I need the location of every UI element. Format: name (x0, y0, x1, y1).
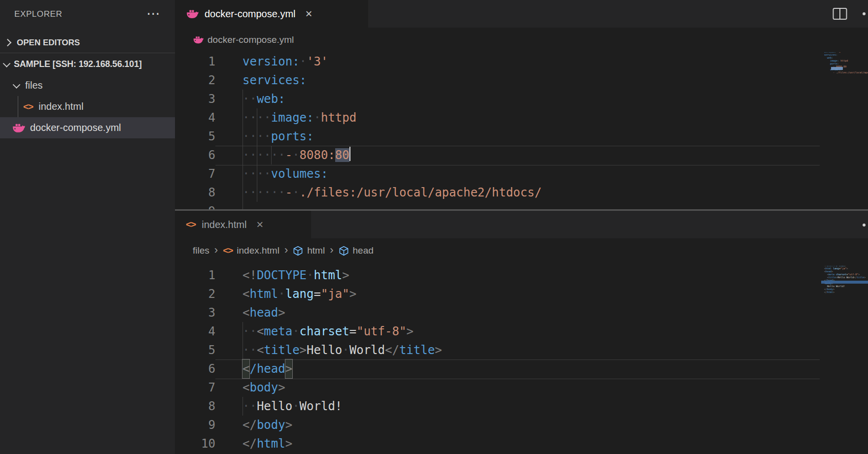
sidebar-item-files-folder[interactable]: files (0, 75, 175, 96)
line-number: 9 (175, 416, 215, 434)
code-editor-yaml[interactable]: 1version:·'3'2services:3··web:4····image… (175, 52, 868, 209)
tab-bar: docker-compose.yml × (175, 0, 868, 28)
code-line[interactable]: 8··Hello·World! (175, 397, 868, 416)
line-number: 8 (175, 183, 215, 202)
code-lines: 1<!DOCTYPE·html>2<html·lang="ja">3<head>… (175, 266, 868, 453)
code-line[interactable]: 10</html> (175, 434, 868, 453)
breadcrumb-item-head[interactable]: head (339, 245, 374, 256)
split-editor-button[interactable] (833, 7, 847, 20)
more-actions-button[interactable] (863, 12, 866, 15)
tab-index-html[interactable]: <> index.html × (175, 211, 311, 238)
code-line[interactable]: 1version:·'3' (175, 52, 868, 71)
code-line[interactable]: 4··<meta·charset="utf-8"> (175, 322, 868, 341)
line-number: 3 (175, 90, 215, 108)
breadcrumb-item-html[interactable]: html (293, 245, 325, 256)
file-label: docker-compose.yml (30, 122, 121, 133)
breadcrumb-item-files[interactable]: files (193, 245, 209, 256)
docker-whale-icon (12, 123, 25, 133)
code-line[interactable]: 2<html·lang="ja"> (175, 285, 868, 303)
code-line[interactable]: 1<!DOCTYPE·html> (175, 266, 868, 285)
line-number: 8 (175, 397, 215, 416)
editor-group-sash[interactable] (175, 209, 868, 211)
code-editor-html[interactable]: 1<!DOCTYPE·html>2<html·lang="ja">3<head>… (175, 266, 868, 454)
editor-group-top: docker-compose.yml × docker-compose.yml (175, 0, 868, 209)
minimap-line (824, 74, 868, 77)
line-number: 10 (175, 434, 215, 453)
code-line[interactable]: 6······-·8080:80 (175, 146, 868, 164)
breadcrumb-separator-icon: › (214, 245, 218, 256)
code-line[interactable]: 5··<title>Hello·World</title> (175, 341, 868, 359)
chevron-down-icon (3, 60, 11, 67)
vscode-window: EXPLORER ⋯ OPEN EDITORS SAMPLE [SSH: 192… (0, 0, 868, 454)
code-line[interactable]: 3··web: (175, 90, 868, 108)
docker-whale-icon (186, 9, 199, 19)
line-number: 3 (175, 303, 215, 322)
tab-bar: <> index.html × (175, 211, 868, 238)
code-line[interactable]: 7····volumes: (175, 164, 868, 183)
line-number: 7 (175, 378, 215, 397)
html-file-icon: <> (23, 101, 33, 112)
code-line[interactable]: 3<head> (175, 303, 868, 322)
minimap[interactable]: version: '3'services: web: image: httpd … (821, 52, 868, 209)
chevron-down-icon (13, 81, 21, 89)
line-number: 6 (175, 146, 215, 164)
breadcrumb-item-docker-compose-yml[interactable]: docker-compose.yml (193, 34, 294, 45)
tab-label: index.html (202, 219, 246, 230)
open-editors-label: OPEN EDITORS (17, 38, 80, 48)
minimap-lines: version: '3'services: web: image: httpd … (824, 52, 868, 77)
line-number: 1 (175, 266, 215, 285)
tab-docker-compose-yml[interactable]: docker-compose.yml × (175, 0, 368, 28)
line-content: <head> (215, 303, 285, 322)
code-line[interactable]: 7<body> (175, 378, 868, 397)
code-lines: 1version:·'3'2services:3··web:4····image… (175, 52, 868, 209)
sidebar-item-docker-compose-yml[interactable]: docker-compose.yml (0, 117, 175, 138)
breadcrumb-item-index-html[interactable]: <>index.html (223, 245, 279, 256)
code-line[interactable]: 2services: (175, 71, 868, 90)
line-content: ······-·./files:/usr/local/apache2/htdoc… (215, 183, 542, 202)
code-line[interactable]: 5····ports: (175, 127, 868, 146)
open-editors-section-header[interactable]: OPEN EDITORS (0, 32, 175, 53)
line-content (215, 202, 243, 209)
close-icon[interactable]: × (256, 219, 263, 230)
code-line[interactable]: 9 (175, 202, 868, 209)
line-content: ····image:·httpd (215, 108, 356, 127)
breadcrumb-label: docker-compose.yml (208, 34, 294, 45)
line-content: <html·lang="ja"> (215, 285, 356, 303)
html-code-icon: <> (223, 245, 233, 256)
line-number: 5 (175, 341, 215, 359)
line-content: <body> (215, 378, 285, 397)
code-line[interactable]: 6</head> (175, 359, 868, 378)
line-content: services: (215, 71, 307, 90)
symbol-cube-icon (293, 246, 303, 256)
workspace-label: SAMPLE [SSH: 192.168.56.101] (14, 59, 142, 69)
breadcrumb-label: files (193, 245, 209, 256)
minimap-line: </html> (824, 291, 868, 293)
explorer-sidebar: EXPLORER ⋯ OPEN EDITORS SAMPLE [SSH: 192… (0, 0, 175, 454)
docker-whale-icon (193, 35, 204, 44)
line-number: 6 (175, 359, 215, 378)
workspace-section-header[interactable]: SAMPLE [SSH: 192.168.56.101] (0, 53, 175, 75)
chevron-right-icon (4, 39, 12, 47)
sidebar-item-index-html[interactable]: <> index.html (0, 96, 175, 117)
code-line[interactable]: 9</body> (175, 416, 868, 434)
breadcrumb-label: index.html (237, 245, 279, 256)
minimap[interactable]: <!DOCTYPE html><html lang="ja"><head> <m… (821, 266, 868, 454)
line-number: 2 (175, 285, 215, 303)
breadcrumb: docker-compose.yml (175, 28, 819, 52)
explorer-more-actions-button[interactable]: ⋯ (146, 4, 160, 24)
code-line[interactable]: 8······-·./files:/usr/local/apache2/htdo… (175, 183, 868, 202)
explorer-title: EXPLORER (14, 9, 62, 19)
line-content: ··Hello·World! (215, 397, 342, 416)
code-line[interactable]: 4····image:·httpd (175, 108, 868, 127)
close-icon[interactable]: × (306, 8, 312, 20)
line-content: ··<title>Hello·World</title> (215, 341, 442, 359)
line-number: 9 (175, 202, 215, 209)
minimap-line: - ./files:/usr/local/apache2/htdocs/ (824, 71, 868, 74)
symbol-cube-icon (339, 246, 349, 256)
breadcrumb: files›<>index.html›html›head (175, 238, 819, 263)
more-actions-button[interactable] (863, 224, 866, 227)
line-content: ······-·8080:80 (215, 146, 350, 164)
line-content: ··<meta·charset="utf-8"> (215, 322, 414, 341)
line-number: 4 (175, 108, 215, 127)
line-number: 7 (175, 164, 215, 183)
